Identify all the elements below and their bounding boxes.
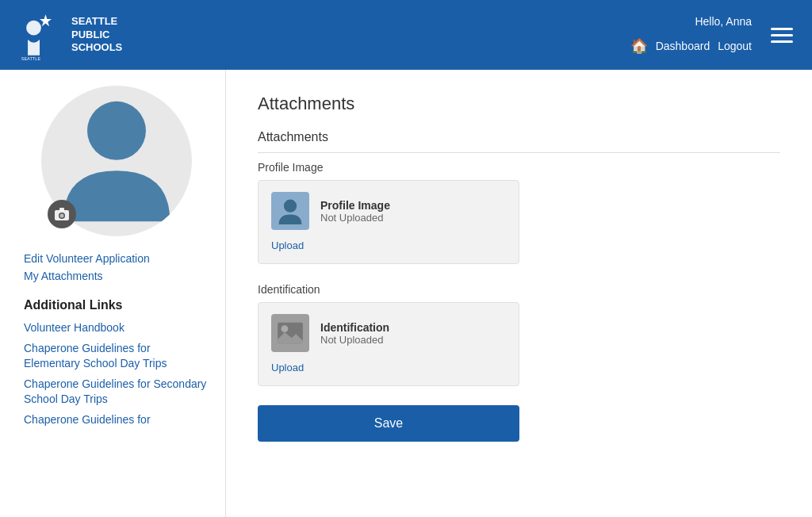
identification-status: Not Uploaded [320,334,389,346]
image-icon [276,321,304,345]
person-icon [276,196,304,226]
my-attachments-link[interactable]: My Attachments [24,270,209,282]
edit-volunteer-link[interactable]: Edit Volunteer Application [24,252,209,265]
svg-point-11 [282,325,289,332]
svg-point-7 [60,214,64,218]
school-logo-icon: SEATTLE PUBLIC [16,7,63,63]
main-layout: Edit Volunteer Application My Attachment… [0,70,812,517]
volunteer-handbook-link[interactable]: Volunteer Handbook [24,320,209,336]
svg-point-1 [26,21,41,36]
sidebar: Edit Volunteer Application My Attachment… [0,70,226,517]
identification-icon-container [271,314,309,352]
profile-image-section: Profile Image Profile Image Not Uploaded… [258,161,780,264]
identification-info: Identification Not Uploaded [320,321,389,346]
camera-button[interactable] [48,200,76,228]
sidebar-links: Edit Volunteer Application My Attachment… [24,252,209,282]
svg-point-9 [284,200,297,213]
logout-link[interactable]: Logout [718,40,752,52]
main-content: Attachments Attachments Profile Image Pr… [226,70,812,517]
identification-header: Identification Not Uploaded [271,314,506,352]
profile-image-title: Profile Image [320,199,390,212]
greeting-text: Hello, Anna [695,15,752,28]
profile-image-upload-link[interactable]: Upload [271,239,304,251]
home-icon: 🏠 [630,37,648,55]
chaperone-secondary-link[interactable]: Chaperone Guidelines for Secondary Schoo… [24,377,209,408]
profile-image-header: Profile Image Not Uploaded [271,192,506,230]
profile-image-info: Profile Image Not Uploaded [320,199,390,224]
section-title: Attachments [258,130,780,153]
camera-icon [55,208,69,220]
identification-card: Identification Not Uploaded Upload [258,302,519,386]
additional-links: Volunteer Handbook Chaperone Guidelines … [24,320,209,428]
header-nav: 🏠 Dashboard Logout [630,37,752,55]
avatar-container [24,86,209,236]
identification-upload-link[interactable]: Upload [271,362,304,373]
dashboard-link[interactable]: Dashboard [656,40,710,52]
svg-rect-8 [59,208,64,211]
identification-label: Identification [258,283,780,296]
app-header: SEATTLE PUBLIC SEATTLE PUBLIC SCHOOLS He… [0,0,812,70]
page-title: Attachments [258,94,780,114]
header-user-block: Hello, Anna 🏠 Dashboard Logout [630,15,752,55]
save-button[interactable]: Save [258,405,519,442]
chaperone-elementary-link[interactable]: Chaperone Guidelines for Elementary Scho… [24,341,209,372]
menu-button[interactable] [768,25,796,46]
profile-image-icon [271,192,309,230]
logo-container: SEATTLE PUBLIC SEATTLE PUBLIC SCHOOLS [16,7,122,63]
svg-point-4 [87,101,146,159]
logo-text: SEATTLE PUBLIC SCHOOLS [71,15,122,56]
profile-image-card: Profile Image Not Uploaded Upload [258,180,519,264]
profile-image-label: Profile Image [258,161,780,174]
chaperone-other-link[interactable]: Chaperone Guidelines for [24,412,209,428]
additional-links-title: Additional Links [24,298,209,312]
svg-text:SEATTLE: SEATTLE [21,56,41,61]
identification-section: Identification Identification Not Upload… [258,283,780,386]
profile-image-status: Not Uploaded [320,212,390,224]
identification-title: Identification [320,321,389,334]
